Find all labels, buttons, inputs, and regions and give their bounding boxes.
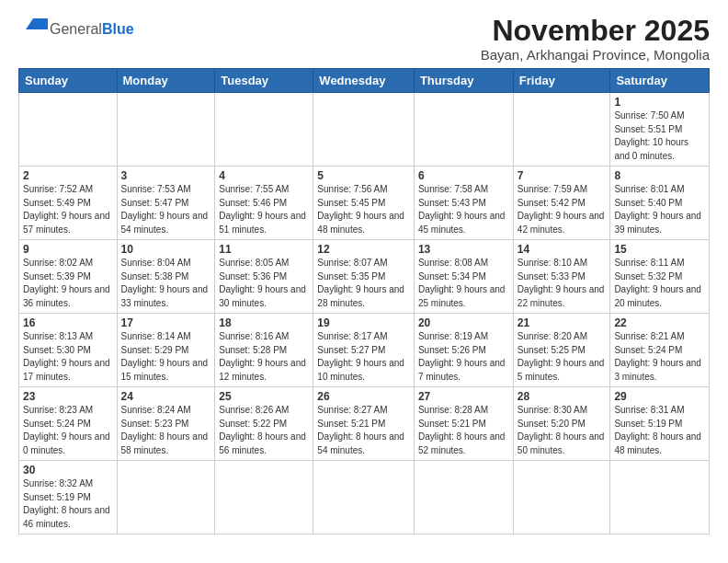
day-info: Sunrise: 8:24 AMSunset: 5:23 PMDaylight:… xyxy=(121,404,211,457)
day-info: Sunrise: 7:55 AMSunset: 5:46 PMDaylight:… xyxy=(219,183,309,236)
day-info: Sunrise: 8:01 AMSunset: 5:40 PMDaylight:… xyxy=(614,183,705,236)
calendar-cell xyxy=(610,461,710,534)
day-header-friday: Friday xyxy=(513,69,610,93)
month-title: November 2025 xyxy=(481,15,710,47)
day-info: Sunrise: 8:02 AMSunset: 5:39 PMDaylight:… xyxy=(23,257,113,310)
calendar-cell: 23Sunrise: 8:23 AMSunset: 5:24 PMDayligh… xyxy=(19,387,118,461)
calendar-cell: 1Sunrise: 7:50 AMSunset: 5:51 PMDaylight… xyxy=(610,93,710,167)
calendar-cell: 29Sunrise: 8:31 AMSunset: 5:19 PMDayligh… xyxy=(610,387,710,461)
day-number: 13 xyxy=(418,243,509,256)
day-number: 1 xyxy=(614,96,705,109)
calendar-cell: 14Sunrise: 8:10 AMSunset: 5:33 PMDayligh… xyxy=(513,240,610,314)
calendar-cell xyxy=(513,461,610,534)
day-number: 21 xyxy=(518,316,607,329)
day-info: Sunrise: 8:19 AMSunset: 5:26 PMDaylight:… xyxy=(418,330,509,384)
day-info: Sunrise: 8:20 AMSunset: 5:25 PMDaylight:… xyxy=(518,330,607,384)
calendar-cell: 16Sunrise: 8:13 AMSunset: 5:30 PMDayligh… xyxy=(19,314,118,387)
day-info: Sunrise: 7:58 AMSunset: 5:43 PMDaylight:… xyxy=(418,183,509,236)
calendar-cell xyxy=(414,93,513,167)
calendar-cell: 8Sunrise: 8:01 AMSunset: 5:40 PMDaylight… xyxy=(610,167,710,240)
logo-blue-text: Blue xyxy=(102,21,134,38)
calendar-cell: 11Sunrise: 8:05 AMSunset: 5:36 PMDayligh… xyxy=(215,240,313,314)
calendar-cell xyxy=(117,93,215,167)
logo-general-text: General xyxy=(50,21,102,38)
calendar-cell: 10Sunrise: 8:04 AMSunset: 5:38 PMDayligh… xyxy=(117,240,215,314)
day-header-tuesday: Tuesday xyxy=(215,69,313,93)
calendar-cell xyxy=(414,461,513,534)
day-number: 27 xyxy=(418,390,509,403)
day-number: 12 xyxy=(317,243,410,256)
calendar-cell: 20Sunrise: 8:19 AMSunset: 5:26 PMDayligh… xyxy=(414,314,513,387)
week-row-3: 9Sunrise: 8:02 AMSunset: 5:39 PMDaylight… xyxy=(19,240,710,314)
svg-marker-2 xyxy=(33,18,48,29)
day-number: 5 xyxy=(317,169,410,182)
calendar-cell: 7Sunrise: 7:59 AMSunset: 5:42 PMDaylight… xyxy=(513,167,610,240)
day-number: 2 xyxy=(23,169,113,182)
day-header-thursday: Thursday xyxy=(414,69,513,93)
day-number: 20 xyxy=(418,316,509,329)
day-number: 3 xyxy=(121,169,211,182)
calendar-cell xyxy=(215,461,313,534)
day-info: Sunrise: 8:14 AMSunset: 5:29 PMDaylight:… xyxy=(121,330,211,384)
calendar-cell xyxy=(313,93,415,167)
day-number: 15 xyxy=(614,243,705,256)
day-number: 10 xyxy=(121,243,211,256)
day-number: 19 xyxy=(317,316,410,329)
day-info: Sunrise: 7:52 AMSunset: 5:49 PMDaylight:… xyxy=(23,183,113,236)
calendar-cell: 13Sunrise: 8:08 AMSunset: 5:34 PMDayligh… xyxy=(414,240,513,314)
week-row-4: 16Sunrise: 8:13 AMSunset: 5:30 PMDayligh… xyxy=(19,314,710,387)
day-header-saturday: Saturday xyxy=(610,69,710,93)
calendar-cell: 17Sunrise: 8:14 AMSunset: 5:29 PMDayligh… xyxy=(117,314,215,387)
calendar-cell xyxy=(513,93,610,167)
day-number: 23 xyxy=(23,390,113,403)
day-info: Sunrise: 7:50 AMSunset: 5:51 PMDaylight:… xyxy=(614,109,705,163)
day-number: 29 xyxy=(614,390,705,403)
day-info: Sunrise: 7:56 AMSunset: 5:45 PMDaylight:… xyxy=(317,183,410,236)
day-number: 14 xyxy=(518,243,607,256)
day-info: Sunrise: 8:04 AMSunset: 5:38 PMDaylight:… xyxy=(121,257,211,310)
day-info: Sunrise: 7:59 AMSunset: 5:42 PMDaylight:… xyxy=(518,183,607,236)
calendar-cell: 18Sunrise: 8:16 AMSunset: 5:28 PMDayligh… xyxy=(215,314,313,387)
day-number: 25 xyxy=(219,390,309,403)
calendar-cell: 5Sunrise: 7:56 AMSunset: 5:45 PMDaylight… xyxy=(313,167,415,240)
day-number: 11 xyxy=(219,243,309,256)
day-info: Sunrise: 8:07 AMSunset: 5:35 PMDaylight:… xyxy=(317,257,410,310)
day-number: 30 xyxy=(23,464,113,477)
day-number: 22 xyxy=(614,316,705,329)
day-number: 26 xyxy=(317,390,410,403)
calendar-cell: 30Sunrise: 8:32 AMSunset: 5:19 PMDayligh… xyxy=(19,461,118,534)
day-number: 6 xyxy=(418,169,509,182)
day-header-sunday: Sunday xyxy=(19,69,118,93)
days-header-row: SundayMondayTuesdayWednesdayThursdayFrid… xyxy=(19,69,710,93)
day-number: 18 xyxy=(219,316,309,329)
title-area: November 2025 Bayan, Arkhangai Province,… xyxy=(481,15,710,63)
day-number: 8 xyxy=(614,169,705,182)
day-info: Sunrise: 8:27 AMSunset: 5:21 PMDaylight:… xyxy=(317,404,410,457)
day-number: 7 xyxy=(518,169,607,182)
day-info: Sunrise: 8:13 AMSunset: 5:30 PMDaylight:… xyxy=(23,330,113,384)
day-info: Sunrise: 8:23 AMSunset: 5:24 PMDaylight:… xyxy=(23,404,113,457)
calendar-cell: 24Sunrise: 8:24 AMSunset: 5:23 PMDayligh… xyxy=(117,387,215,461)
day-info: Sunrise: 8:08 AMSunset: 5:34 PMDaylight:… xyxy=(418,257,509,310)
logo: GeneralBlue xyxy=(18,15,134,40)
calendar-cell: 19Sunrise: 8:17 AMSunset: 5:27 PMDayligh… xyxy=(313,314,415,387)
day-info: Sunrise: 8:10 AMSunset: 5:33 PMDaylight:… xyxy=(518,257,607,310)
calendar-cell: 22Sunrise: 8:21 AMSunset: 5:24 PMDayligh… xyxy=(610,314,710,387)
day-number: 24 xyxy=(121,390,211,403)
calendar-cell: 26Sunrise: 8:27 AMSunset: 5:21 PMDayligh… xyxy=(313,387,415,461)
day-header-monday: Monday xyxy=(117,69,215,93)
day-info: Sunrise: 8:17 AMSunset: 5:27 PMDaylight:… xyxy=(317,330,410,384)
calendar-table: SundayMondayTuesdayWednesdayThursdayFrid… xyxy=(18,68,710,534)
calendar-cell xyxy=(19,93,118,167)
calendar-cell: 21Sunrise: 8:20 AMSunset: 5:25 PMDayligh… xyxy=(513,314,610,387)
day-info: Sunrise: 8:26 AMSunset: 5:22 PMDaylight:… xyxy=(219,404,309,457)
calendar-cell: 28Sunrise: 8:30 AMSunset: 5:20 PMDayligh… xyxy=(513,387,610,461)
calendar-cell: 2Sunrise: 7:52 AMSunset: 5:49 PMDaylight… xyxy=(19,167,118,240)
logo-svg-icon xyxy=(18,18,48,40)
calendar-cell: 12Sunrise: 8:07 AMSunset: 5:35 PMDayligh… xyxy=(313,240,415,314)
day-info: Sunrise: 8:21 AMSunset: 5:24 PMDaylight:… xyxy=(614,330,705,384)
calendar-cell: 6Sunrise: 7:58 AMSunset: 5:43 PMDaylight… xyxy=(414,167,513,240)
day-number: 28 xyxy=(518,390,607,403)
day-header-wednesday: Wednesday xyxy=(313,69,415,93)
day-number: 16 xyxy=(23,316,113,329)
